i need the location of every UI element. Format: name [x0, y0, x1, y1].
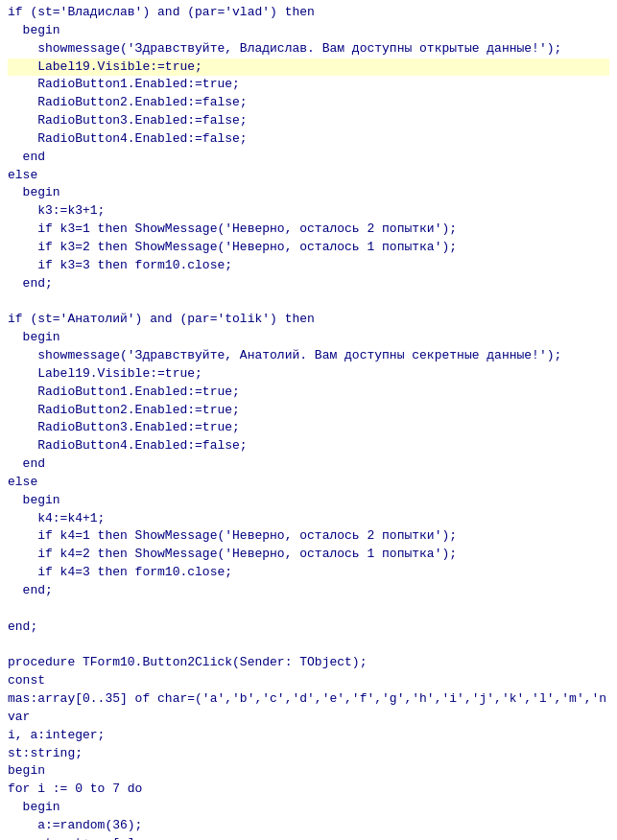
code-line-36: procedure TForm10.Button2Click(Sender: T…	[8, 654, 609, 672]
code-line-29: if k4=1 then ShowMessage('Неверно, остал…	[8, 527, 609, 546]
code-line-32: end;	[8, 582, 609, 600]
code-line-26: else	[8, 474, 609, 492]
code-line-35	[8, 637, 609, 655]
code-line-43: for i := 0 to 7 do	[8, 781, 609, 799]
code-line-22: RadioButton2.Enabled:=true;	[8, 402, 609, 420]
code-line-33	[8, 600, 609, 618]
code-line-14: if k3=3 then form10.close;	[8, 257, 609, 275]
code-line-5: RadioButton2.Enabled:=false;	[8, 94, 609, 112]
code-line-4: RadioButton1.Enabled:=true;	[8, 76, 609, 94]
code-line-28: k4:=k4+1;	[8, 510, 609, 528]
code-line-39: var	[8, 709, 609, 727]
code-line-23: RadioButton3.Enabled:=true;	[8, 419, 609, 437]
code-line-3: Label19.Visible:=true;	[8, 58, 609, 77]
code-line-38: mas:array[0..35] of char=('a','b','c','d…	[8, 690, 609, 709]
code-line-34: end;	[8, 618, 609, 637]
code-line-18: begin	[8, 329, 609, 347]
code-line-8: end	[8, 149, 609, 167]
code-line-41: st:string;	[8, 745, 609, 763]
code-line-21: RadioButton1.Enabled:=true;	[8, 384, 609, 402]
code-line-31: if k4=3 then form10.close;	[8, 564, 609, 582]
code-line-45: a:=random(36);	[8, 817, 609, 835]
code-line-13: if k3=2 then ShowMessage('Неверно, остал…	[8, 239, 609, 257]
code-line-42: begin	[8, 762, 609, 781]
code-line-9: else	[8, 167, 609, 185]
code-line-0: if (st='Владислав') and (par='vlad') the…	[8, 4, 609, 22]
code-line-7: RadioButton4.Enabled:=false;	[8, 130, 609, 149]
code-line-15: end;	[8, 275, 609, 293]
code-line-6: RadioButton3.Enabled:=false;	[8, 112, 609, 130]
code-editor: if (st='Владислав') and (par='vlad') the…	[0, 0, 617, 840]
code-line-25: end	[8, 455, 609, 474]
code-line-24: RadioButton4.Enabled:=false;	[8, 437, 609, 455]
code-line-10: begin	[8, 184, 609, 202]
code-line-1: begin	[8, 22, 609, 40]
code-line-40: i, a:integer;	[8, 727, 609, 745]
code-line-16	[8, 293, 609, 312]
code-line-44: begin	[8, 799, 609, 817]
code-line-2: showmessage('Здравствуйте, Владислав. Ва…	[8, 40, 609, 58]
code-line-20: Label19.Visible:=true;	[8, 365, 609, 384]
code-line-12: if k3=1 then ShowMessage('Неверно, остал…	[8, 221, 609, 239]
code-line-11: k3:=k3+1;	[8, 202, 609, 221]
code-line-30: if k4=2 then ShowMessage('Неверно, остал…	[8, 546, 609, 564]
code-line-17: if (st='Анатолий') and (par='tolik') the…	[8, 311, 609, 329]
code-line-46: st:=st+mas[a];	[8, 835, 609, 840]
code-line-37: const	[8, 672, 609, 690]
code-line-27: begin	[8, 492, 609, 510]
code-line-19: showmessage('Здравствуйте, Анатолий. Вам…	[8, 347, 609, 365]
